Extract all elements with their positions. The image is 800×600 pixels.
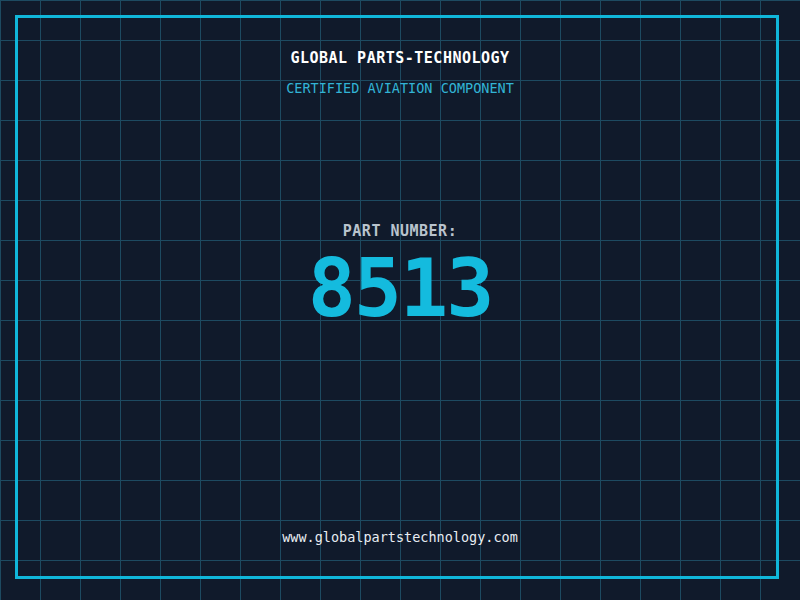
brand-subtitle: CERTIFIED AVIATION COMPONENT: [0, 81, 800, 96]
brand-title: GLOBAL PARTS-TECHNOLOGY: [0, 50, 800, 66]
part-label-page: { "header": { "title": "GLOBAL PARTS-TEC…: [0, 0, 800, 600]
website-url: www.globalpartstechnology.com: [0, 530, 800, 545]
part-number-label: PART NUMBER:: [0, 223, 800, 239]
part-number-value: 8513: [0, 249, 800, 329]
